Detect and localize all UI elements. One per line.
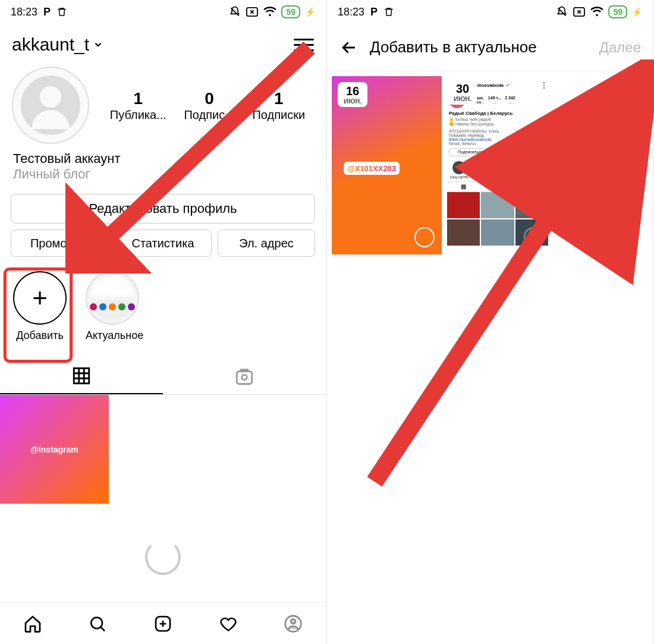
story-item-2[interactable]: 30 ИЮН. radiosvaboda ✔ ⋮ 11 тыс.убліка..… <box>444 76 551 255</box>
status-bar: 18:23 P 59 ⚡ <box>0 0 326 24</box>
verified-icon: ✔ <box>506 83 510 88</box>
stat-following[interactable]: 1 Подписки <box>252 89 305 122</box>
trash-icon <box>56 6 67 18</box>
mini-name: Радыё Свабода | Беларусь <box>447 109 549 117</box>
svg-point-4 <box>92 617 103 629</box>
battery-icon: 59 <box>608 5 627 18</box>
mini-follow-button: Подписаться <box>449 148 492 156</box>
bio-name: Тестовый аккаунт <box>13 151 313 167</box>
svg-rect-1 <box>74 368 89 384</box>
back-button[interactable] <box>339 37 359 58</box>
status-time: 18:23 <box>11 6 37 18</box>
wifi-icon <box>590 7 603 17</box>
mini-more-button: ▾ <box>538 148 546 156</box>
username: akkaunt_t <box>12 34 89 55</box>
nav-create[interactable] <box>152 612 174 635</box>
bio-category: Личный блог <box>13 167 313 182</box>
stats-button[interactable]: Статистика <box>114 230 212 257</box>
highlight-thumb <box>86 271 139 325</box>
charge-icon: ⚡ <box>305 7 315 17</box>
profile-avatar[interactable] <box>12 67 89 144</box>
svg-point-3 <box>242 375 247 380</box>
wifi-icon <box>263 7 276 17</box>
svg-point-7 <box>291 619 295 624</box>
highlight-actual[interactable]: Актуальное <box>86 271 143 342</box>
close-box-icon <box>573 7 586 17</box>
profile-screen: 18:23 P 59 ⚡ akkaunt_t <box>0 0 327 644</box>
promo-button[interactable]: Промоак... <box>11 230 108 257</box>
bottom-nav <box>0 602 326 644</box>
tab-tagged[interactable] <box>163 359 326 394</box>
mini-message-button: Написать <box>493 148 536 156</box>
loading-spinner <box>145 539 181 575</box>
more-icon: ⋮ <box>540 81 548 89</box>
story-date: 16 ИЮН. <box>338 82 367 107</box>
tagged-icon <box>234 366 254 387</box>
menu-button[interactable] <box>294 39 314 51</box>
post-thumb[interactable]: @instagram <box>0 395 109 504</box>
nav-home[interactable] <box>21 612 44 635</box>
close-box-icon <box>246 7 259 17</box>
mute-icon <box>229 6 241 18</box>
nav-activity[interactable] <box>217 612 240 635</box>
grid-icon <box>71 366 92 386</box>
screen-title: Добавить в актуальное <box>370 38 589 56</box>
status-bar: 18:23 P 59 ⚡ <box>327 0 653 24</box>
mini-tab-tag: ◩ <box>515 182 549 191</box>
select-circle[interactable] <box>414 227 435 247</box>
stat-followers[interactable]: 0 Подпис... <box>184 89 234 122</box>
nav-search[interactable] <box>86 612 109 635</box>
chevron-down-icon <box>93 39 103 50</box>
plus-icon: + <box>13 271 67 325</box>
feed-grid: @instagram <box>0 395 326 611</box>
mention-sticker: @X101XX203 <box>344 162 400 175</box>
story-date: 30 ИЮН. <box>448 80 477 105</box>
story-item-1[interactable]: 16 ИЮН. @X101XX203 <box>332 76 442 255</box>
charge-icon: ⚡ <box>632 7 642 17</box>
edit-profile-button[interactable]: Редактировать профиль <box>11 194 315 224</box>
trash-icon <box>383 6 394 18</box>
mini-tab-igtv: ▢ <box>480 182 514 191</box>
stat-posts[interactable]: 1 Публика... <box>110 89 166 122</box>
nav-profile[interactable] <box>282 612 304 635</box>
next-button[interactable]: Далее <box>599 39 641 56</box>
p-icon: P <box>370 6 378 18</box>
tab-grid[interactable] <box>0 359 163 394</box>
select-circle[interactable] <box>524 227 544 247</box>
status-time: 18:23 <box>338 6 364 18</box>
username-switcher[interactable]: akkaunt_t <box>12 34 103 55</box>
battery-icon: 59 <box>281 5 300 18</box>
highlight-add[interactable]: + Добавить <box>13 271 67 342</box>
add-highlight-screen: 18:23 P 59 ⚡ Добавить в актуальное Далее… <box>327 0 654 644</box>
p-icon: P <box>43 6 51 18</box>
email-button[interactable]: Эл. адрес <box>218 230 315 257</box>
mute-icon <box>556 6 568 18</box>
mini-tab-grid: ▦ <box>447 182 480 191</box>
svg-rect-2 <box>237 372 252 384</box>
arrow-left-icon <box>339 37 359 58</box>
